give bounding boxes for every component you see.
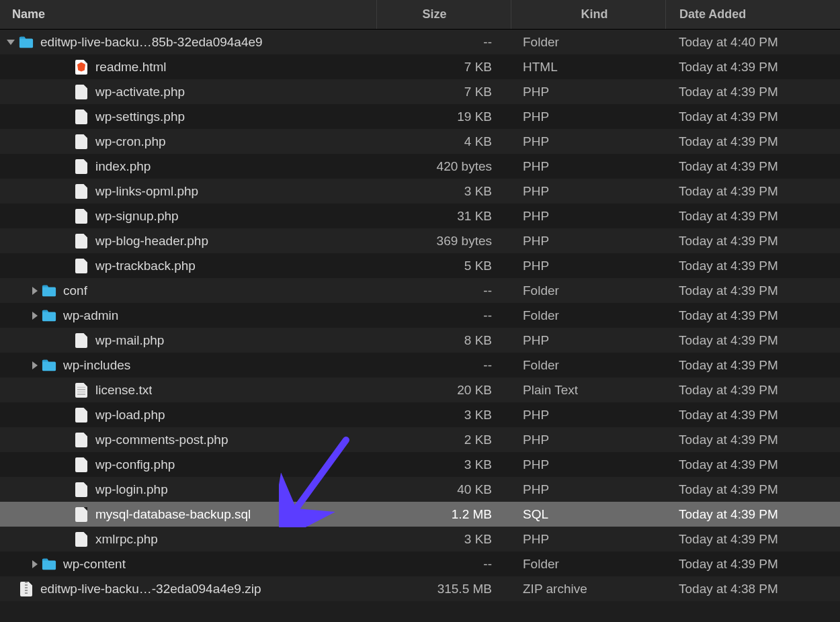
table-row[interactable]: conf--FolderToday at 4:39 PM bbox=[0, 278, 840, 303]
cell-kind: ZIP archive bbox=[511, 582, 665, 596]
disclosure-triangle-closed-icon[interactable] bbox=[32, 560, 38, 568]
file-name: wp-trackback.php bbox=[95, 259, 196, 273]
cell-size: 315.5 MB bbox=[376, 582, 511, 596]
folder-icon bbox=[42, 556, 56, 572]
file-name: wp-signup.php bbox=[95, 209, 179, 224]
table-row[interactable]: wp-mail.php8 KBPHPToday at 4:39 PM bbox=[0, 328, 840, 353]
html-file-icon bbox=[74, 59, 89, 75]
cell-name: readme.html bbox=[0, 59, 376, 75]
cell-kind: PHP bbox=[511, 134, 665, 149]
disclosure-triangle-open-icon[interactable] bbox=[7, 40, 15, 45]
cell-name: mysql-database-backup.sql bbox=[0, 506, 376, 523]
cell-name: xmlrpc.php bbox=[0, 531, 376, 547]
cell-kind: HTML bbox=[511, 60, 665, 75]
cell-name: wp-load.php bbox=[0, 407, 376, 423]
cell-kind: PHP bbox=[511, 85, 665, 99]
generic-file-icon bbox=[74, 134, 89, 150]
file-name: wp-activate.php bbox=[95, 85, 185, 99]
cell-date: Today at 4:40 PM bbox=[665, 35, 840, 50]
column-header-size[interactable]: Size bbox=[376, 0, 511, 29]
cell-kind: PHP bbox=[511, 333, 665, 348]
cell-kind: Folder bbox=[511, 557, 665, 572]
disclosure-triangle-closed-icon[interactable] bbox=[32, 287, 38, 295]
file-name: readme.html bbox=[95, 60, 167, 75]
file-name: editwp-live-backu…-32eda094a4e9.zip bbox=[40, 582, 261, 596]
cell-date: Today at 4:39 PM bbox=[665, 507, 840, 522]
table-row[interactable]: wp-signup.php31 KBPHPToday at 4:39 PM bbox=[0, 204, 840, 228]
table-row[interactable]: mysql-database-backup.sql1.2 MBSQLToday … bbox=[0, 502, 840, 527]
table-row[interactable]: xmlrpc.php3 KBPHPToday at 4:39 PM bbox=[0, 527, 840, 551]
cell-name: wp-settings.php bbox=[0, 109, 376, 125]
cell-kind: PHP bbox=[511, 159, 665, 174]
disclosure-triangle-closed-icon[interactable] bbox=[32, 361, 38, 369]
cell-size: 3 KB bbox=[376, 408, 511, 423]
cell-kind: PHP bbox=[511, 209, 665, 224]
table-row[interactable]: editwp-live-backu…-32eda094a4e9.zip315.5… bbox=[0, 576, 840, 601]
table-row[interactable]: wp-blog-header.php369 bytesPHPToday at 4… bbox=[0, 228, 840, 253]
cell-date: Today at 4:39 PM bbox=[665, 308, 840, 323]
column-header-name[interactable]: Name bbox=[0, 7, 376, 21]
cell-name: wp-blog-header.php bbox=[0, 233, 376, 249]
generic-file-icon bbox=[74, 432, 89, 448]
column-header-kind[interactable]: Kind bbox=[511, 0, 665, 29]
column-header-date[interactable]: Date Added bbox=[665, 0, 840, 29]
cell-date: Today at 4:38 PM bbox=[665, 582, 840, 596]
zip-file-icon bbox=[19, 581, 34, 597]
generic-file-icon bbox=[74, 84, 89, 100]
cell-size: 3 KB bbox=[376, 532, 511, 547]
file-name: wp-comments-post.php bbox=[95, 433, 228, 447]
cell-name: wp-cron.php bbox=[0, 134, 376, 150]
table-row[interactable]: license.txt20 KBPlain TextToday at 4:39 … bbox=[0, 377, 840, 402]
table-row[interactable]: wp-load.php3 KBPHPToday at 4:39 PM bbox=[0, 402, 840, 427]
table-row[interactable]: wp-activate.php7 KBPHPToday at 4:39 PM bbox=[0, 79, 840, 104]
file-name: wp-content bbox=[63, 557, 126, 572]
cell-kind: PHP bbox=[511, 234, 665, 249]
file-name: wp-load.php bbox=[95, 408, 165, 423]
cell-name: wp-trackback.php bbox=[0, 258, 376, 274]
generic-file-icon bbox=[74, 407, 89, 423]
cell-size: 40 KB bbox=[376, 482, 511, 497]
cell-name: wp-content bbox=[0, 556, 376, 572]
table-row[interactable]: wp-cron.php4 KBPHPToday at 4:39 PM bbox=[0, 129, 840, 154]
generic-file-icon bbox=[74, 159, 89, 175]
generic-file-icon bbox=[74, 457, 89, 473]
table-row[interactable]: wp-links-opml.php3 KBPHPToday at 4:39 PM bbox=[0, 179, 840, 204]
cell-size: 31 KB bbox=[376, 209, 511, 224]
file-name: mysql-database-backup.sql bbox=[95, 507, 251, 522]
table-row[interactable]: editwp-live-backu…85b-32eda094a4e9--Fold… bbox=[0, 30, 840, 54]
cell-size: 1.2 MB bbox=[376, 507, 511, 522]
cell-date: Today at 4:39 PM bbox=[665, 85, 840, 99]
file-name: wp-mail.php bbox=[95, 333, 164, 348]
table-row[interactable]: wp-settings.php19 KBPHPToday at 4:39 PM bbox=[0, 104, 840, 129]
text-file-icon bbox=[74, 382, 89, 398]
file-name: wp-links-opml.php bbox=[95, 184, 198, 199]
table-row[interactable]: wp-comments-post.php2 KBPHPToday at 4:39… bbox=[0, 427, 840, 452]
disclosure-triangle-closed-icon[interactable] bbox=[32, 312, 38, 320]
table-row[interactable]: wp-login.php40 KBPHPToday at 4:39 PM bbox=[0, 477, 840, 502]
table-row[interactable]: readme.html7 KBHTMLToday at 4:39 PM bbox=[0, 54, 840, 79]
cell-name: wp-links-opml.php bbox=[0, 183, 376, 199]
file-name: wp-blog-header.php bbox=[95, 234, 208, 249]
table-row[interactable]: wp-content--FolderToday at 4:39 PM bbox=[0, 551, 840, 576]
cell-kind: Folder bbox=[511, 358, 665, 373]
generic-file-icon bbox=[74, 208, 89, 224]
table-row[interactable]: wp-trackback.php5 KBPHPToday at 4:39 PM bbox=[0, 253, 840, 278]
cell-date: Today at 4:39 PM bbox=[665, 283, 840, 298]
cell-size: -- bbox=[376, 358, 511, 373]
cell-name: wp-includes bbox=[0, 357, 376, 373]
cell-date: Today at 4:39 PM bbox=[665, 159, 840, 174]
cell-date: Today at 4:39 PM bbox=[665, 134, 840, 149]
table-row[interactable]: wp-config.php3 KBPHPToday at 4:39 PM bbox=[0, 452, 840, 477]
cell-kind: PHP bbox=[511, 259, 665, 273]
cell-size: 19 KB bbox=[376, 109, 511, 124]
cell-name: wp-mail.php bbox=[0, 332, 376, 349]
cell-size: -- bbox=[376, 283, 511, 298]
cell-size: 20 KB bbox=[376, 383, 511, 398]
cell-kind: PHP bbox=[511, 482, 665, 497]
folder-icon bbox=[19, 34, 34, 50]
table-row[interactable]: index.php420 bytesPHPToday at 4:39 PM bbox=[0, 154, 840, 179]
table-row[interactable]: wp-admin--FolderToday at 4:39 PM bbox=[0, 303, 840, 328]
cell-kind: Plain Text bbox=[511, 383, 665, 398]
cell-name: wp-admin bbox=[0, 308, 376, 324]
table-row[interactable]: wp-includes--FolderToday at 4:39 PM bbox=[0, 353, 840, 377]
